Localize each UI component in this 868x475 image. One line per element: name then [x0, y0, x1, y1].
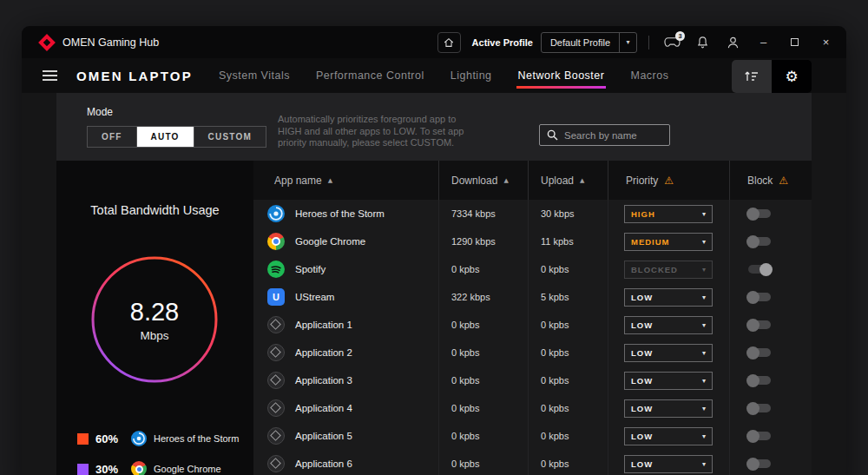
chevron-down-icon: ▾ — [702, 238, 706, 246]
toggle-knob — [746, 291, 760, 304]
block-toggle[interactable] — [748, 320, 771, 329]
priority-dropdown[interactable]: LOW ▾ — [624, 288, 713, 307]
menu-icon[interactable] — [43, 70, 57, 81]
search-box[interactable] — [539, 124, 670, 146]
column-upload[interactable]: Upload ▲ — [528, 161, 608, 200]
close-button[interactable]: × — [814, 31, 838, 54]
chevron-down-icon: ▾ — [702, 377, 706, 385]
upload-cell: 0 kpbs — [528, 422, 608, 450]
heroes-of-the-storm-icon — [267, 205, 285, 222]
notification-badge: 3 — [675, 31, 685, 41]
block-toggle[interactable] — [748, 293, 771, 301]
toggle-knob — [746, 208, 760, 221]
priority-dropdown[interactable]: LOW ▾ — [624, 344, 713, 362]
app-name: Application 4 — [295, 403, 352, 413]
priority-dropdown[interactable]: LOW ▾ — [624, 372, 713, 390]
upload-cell: 30 kbps — [528, 200, 608, 228]
priority-dropdown[interactable]: LOW ▾ — [624, 427, 713, 445]
block-toggle[interactable] — [748, 432, 771, 440]
block-toggle[interactable] — [748, 237, 771, 246]
block-toggle[interactable] — [748, 348, 771, 357]
spotify-icon — [267, 261, 285, 278]
column-label: App name — [274, 175, 322, 187]
toggle-knob — [760, 263, 773, 276]
block-cell — [729, 311, 812, 339]
block-toggle[interactable] — [748, 404, 771, 412]
block-toggle[interactable] — [748, 376, 771, 385]
column-block[interactable]: Block ⚠ — [729, 161, 812, 200]
priority-dropdown[interactable]: LOW ▾ — [624, 399, 713, 418]
settings-button[interactable]: ⚙ — [772, 60, 812, 93]
challenges-button[interactable]: 3 — [661, 31, 683, 54]
priority-value: BLOCKED — [631, 265, 678, 274]
toggle-knob — [746, 402, 760, 415]
priority-value: HIGH — [631, 209, 655, 219]
column-label: Download — [451, 175, 497, 187]
home-button[interactable] — [437, 32, 461, 53]
profile-selector[interactable]: Default Profile ▾ — [541, 32, 637, 53]
tab-macros[interactable]: Macros — [628, 58, 670, 93]
maximize-button[interactable] — [783, 31, 806, 54]
app-name: Application 6 — [295, 459, 352, 469]
minimize-button[interactable]: – — [752, 31, 775, 54]
toggle-knob — [746, 458, 760, 471]
profile-selector-value: Default Profile — [542, 37, 619, 48]
chevron-down-icon: ▾ — [702, 432, 706, 440]
priority-value: LOW — [631, 459, 653, 469]
priority-cell: MEDIUM ▾ — [608, 228, 729, 255]
app-name-cell: Google Chrome — [253, 228, 438, 255]
column-priority[interactable]: Priority ⚠ — [608, 161, 729, 200]
block-toggle[interactable] — [748, 265, 771, 274]
mode-description: Automatically prioritizes foreground app… — [278, 114, 472, 149]
bandwidth-unit: Mbps — [140, 329, 168, 342]
block-toggle[interactable] — [748, 209, 771, 218]
titlebar-divider — [648, 36, 649, 49]
priority-dropdown[interactable]: LOW ▾ — [624, 455, 713, 473]
app-name-cell: Application 1 — [253, 311, 438, 339]
mode-option-custom[interactable]: CUSTOM — [194, 127, 266, 147]
bandwidth-value: 8.28 — [130, 298, 179, 327]
priority-value: LOW — [631, 348, 653, 358]
account-button[interactable] — [721, 31, 744, 54]
sort-asc-icon: ▲ — [503, 177, 508, 184]
app-name: Heroes of the Storm — [295, 208, 385, 219]
priority-dropdown[interactable]: MEDIUM ▾ — [624, 233, 713, 251]
sort-button[interactable] — [732, 60, 772, 93]
column-app-name[interactable]: App name ▲ — [253, 161, 438, 200]
table-header: App name ▲ Download ▲ Upload ▲ Priority … — [253, 161, 812, 200]
block-toggle[interactable] — [748, 459, 771, 468]
tab-performance-control[interactable]: Performance Control — [314, 58, 426, 93]
omen-logo-icon — [38, 34, 56, 51]
heroes-of-the-storm-icon — [131, 431, 147, 446]
priority-dropdown[interactable]: BLOCKED ▾ — [624, 261, 713, 279]
priority-dropdown[interactable]: LOW ▾ — [624, 316, 713, 334]
table-row: U UStream 322 kbps 5 kpbs LOW ▾ — [253, 283, 812, 311]
gauge-center: 8.28 Mbps — [89, 254, 220, 385]
tab-lighting[interactable]: Lighting — [449, 58, 494, 93]
nav-actions: ⚙ — [732, 60, 812, 93]
download-cell: 0 kpbs — [438, 255, 528, 283]
mode-option-off[interactable]: OFF — [88, 127, 136, 147]
priority-value: LOW — [631, 320, 653, 330]
bandwidth-panel: Total Bandwidth Usage 8.28 Mbps — [56, 161, 253, 475]
chevron-down-icon: ▾ — [702, 460, 706, 468]
table-row: Application 1 0 kpbs 0 kpbs LOW ▾ — [253, 311, 812, 339]
app-title: OMEN Gaming Hub — [62, 36, 159, 49]
search-input[interactable] — [564, 130, 662, 141]
toggle-knob — [746, 374, 760, 387]
app-name: Spotify — [295, 264, 326, 274]
column-download[interactable]: Download ▲ — [438, 161, 528, 200]
mode-option-auto[interactable]: AUTO — [136, 127, 194, 147]
tab-system-vitals[interactable]: System Vitals — [217, 58, 292, 93]
legend-color-swatch — [77, 464, 89, 475]
generic-app-icon — [267, 372, 285, 389]
legend-item: 30% Google Chrome — [77, 461, 239, 475]
tab-network-booster[interactable]: Network Booster — [516, 58, 607, 93]
block-cell — [729, 450, 812, 475]
priority-dropdown[interactable]: HIGH ▾ — [624, 205, 713, 223]
notifications-button[interactable] — [691, 31, 713, 54]
column-label: Upload — [541, 175, 574, 187]
bandwidth-legend: 60% Heroes of the Storm 30% Google Chrom… — [77, 431, 239, 475]
download-cell: 7334 kbps — [438, 200, 528, 228]
google-chrome-icon — [267, 233, 285, 250]
